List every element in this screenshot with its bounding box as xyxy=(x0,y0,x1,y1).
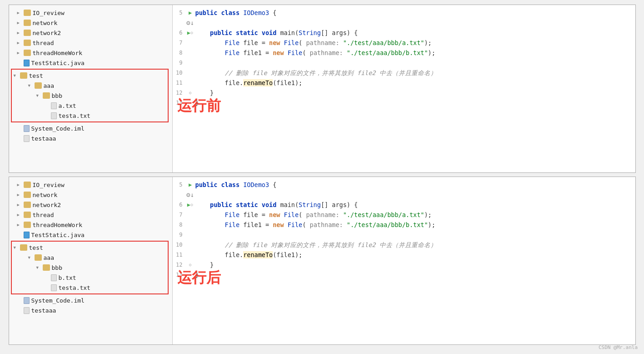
line-gutter: ▶ xyxy=(185,8,195,18)
tree-item[interactable]: network xyxy=(9,18,172,28)
folder-icon xyxy=(24,30,31,36)
tree-item[interactable]: IO_review xyxy=(9,8,172,18)
tree-item[interactable]: a.txt xyxy=(12,101,168,111)
tree-item[interactable]: bbb xyxy=(12,263,168,273)
tree-label: test xyxy=(29,72,43,79)
code-line-blank1: ⚙︎↓ xyxy=(173,190,635,200)
code-editor-before: 运行前 5 ▶ public class IODemo3 { ⚙︎↓ 6 xyxy=(173,5,635,172)
tree-item[interactable]: testa.txt xyxy=(12,111,168,121)
tree-item[interactable]: network2 xyxy=(9,200,172,210)
code-line-13: 13 } xyxy=(173,98,635,108)
tree-label: bbb xyxy=(52,264,62,271)
tree-label: thread xyxy=(33,212,54,218)
code-line-7: 7 File file = new File( pathname: "./tes… xyxy=(173,210,635,220)
line-content: public class IODemo3 { xyxy=(195,180,635,190)
tree-item[interactable]: testaaa xyxy=(9,305,172,315)
tree-item[interactable]: test xyxy=(12,243,168,253)
code-lines: 5 ▶ public class IODemo3 { ⚙︎↓ 6 ▶ ◇ xyxy=(173,177,635,283)
tree-arrow xyxy=(17,182,24,187)
line-number: 6 xyxy=(173,200,185,210)
tree-label: network xyxy=(33,192,58,198)
tree-item[interactable]: threadHomeWork xyxy=(9,48,172,58)
file-tree-after: IO_review network network2 thread thread xyxy=(9,177,173,344)
line-number: 7 xyxy=(173,38,185,48)
tree-item[interactable]: test xyxy=(12,71,168,81)
tree-label: IO_review xyxy=(33,182,65,188)
tree-item[interactable]: network2 xyxy=(9,28,172,38)
code-line-10: 10 // 删除 file 对象对应的文件，并将其放到 file2 中去（并且重… xyxy=(173,240,635,250)
line-content: public class IODemo3 { xyxy=(195,8,635,18)
tree-label: testa.txt xyxy=(59,112,90,119)
tree-item[interactable]: aaa xyxy=(12,253,168,263)
line-number: 8 xyxy=(173,48,185,58)
code-line-blank1: ⚙︎↓ xyxy=(173,18,635,28)
tree-label: threadHomeWork xyxy=(33,50,83,56)
intellisense-icon: ⚙︎↓ xyxy=(186,190,194,200)
java-file-icon xyxy=(24,232,30,238)
tree-item[interactable]: TestStatic.java xyxy=(9,58,172,68)
line-gutter: ▶ xyxy=(185,180,195,190)
tree-arrow xyxy=(28,83,35,88)
tree-item[interactable]: System_Code.iml xyxy=(9,123,172,133)
file-icon xyxy=(24,307,30,314)
tree-item[interactable]: IO_review xyxy=(9,180,172,190)
tree-label: network2 xyxy=(33,202,61,208)
main-container: IO_review network network2 thread thread xyxy=(9,5,636,345)
folder-icon xyxy=(24,212,31,218)
tree-item[interactable]: TestStatic.java xyxy=(9,230,172,240)
tree-arrow xyxy=(36,93,43,98)
code-line-10: 10 // 删除 file 对象对应的文件，并将其放到 file2 中去（并且重… xyxy=(173,68,635,78)
tree-item[interactable]: threadHomeWork xyxy=(9,220,172,230)
tree-item-thread[interactable]: thread xyxy=(9,210,172,220)
tree-item[interactable]: network xyxy=(9,190,172,200)
line-content: file.renameTo(file1); xyxy=(195,78,635,88)
file-icon xyxy=(51,112,57,119)
line-number: 10 xyxy=(173,68,185,78)
folder-icon xyxy=(24,10,31,16)
line-number: 9 xyxy=(173,58,185,68)
before-label: 运行前 xyxy=(177,96,221,116)
tree-arrow xyxy=(17,10,24,15)
tree-label: testa.txt xyxy=(59,284,90,291)
code-line-13: 13 } xyxy=(173,270,635,280)
tree-arrow xyxy=(36,265,43,270)
folder-icon xyxy=(24,222,31,228)
line-content: } xyxy=(195,98,635,108)
folder-icon xyxy=(24,192,31,198)
line-content: File file1 = new File( pathname: "./test… xyxy=(195,48,635,58)
tree-label: bbb xyxy=(52,92,62,99)
tree-arrow xyxy=(17,20,24,25)
file-icon xyxy=(51,102,57,109)
folder-icon xyxy=(43,264,50,271)
tree-arrow xyxy=(17,223,24,227)
tree-arrow xyxy=(17,192,24,197)
line-content: File file1 = new File( pathname: "./test… xyxy=(195,220,635,230)
tree-item[interactable]: System_Code.iml xyxy=(9,295,172,305)
line-content: public static void main(String[] args) { xyxy=(195,200,635,210)
code-line-5: 5 ▶ public class IODemo3 { xyxy=(173,8,635,18)
tree-item[interactable]: b.txt xyxy=(12,273,168,283)
line-gutter: ▶ ◇ xyxy=(185,28,195,38)
tree-item-thread[interactable]: thread xyxy=(9,38,172,48)
folder-icon xyxy=(24,20,31,26)
tree-label: a.txt xyxy=(59,102,76,109)
tree-arrow xyxy=(28,255,35,260)
folder-icon xyxy=(20,72,27,79)
tree-label: IO_review xyxy=(33,10,65,16)
watermark: CSDN @Mr.anla xyxy=(599,344,638,350)
line-number: 8 xyxy=(173,220,185,230)
line-content: // 删除 file 对象对应的文件，并将其放到 file2 中去（并且重命名） xyxy=(195,68,635,78)
tree-label: TestStatic.java xyxy=(31,232,85,238)
line-number: 10 xyxy=(173,240,185,250)
iml-file-icon xyxy=(24,125,30,132)
tree-arrow xyxy=(17,30,24,35)
tree-item[interactable]: aaa xyxy=(12,81,168,91)
tree-item[interactable]: bbb xyxy=(12,91,168,101)
code-editor-after: 运行后 5 ▶ public class IODemo3 { ⚙︎↓ 6 xyxy=(173,177,635,344)
tree-item[interactable]: testaaa xyxy=(9,133,172,143)
code-line-5: 5 ▶ public class IODemo3 { xyxy=(173,180,635,190)
tree-label: b.txt xyxy=(59,274,76,281)
line-gutter: ⚙︎↓ xyxy=(185,18,195,28)
line-content: file.renameTo(file1); xyxy=(195,250,635,260)
tree-item[interactable]: testa.txt xyxy=(12,283,168,293)
